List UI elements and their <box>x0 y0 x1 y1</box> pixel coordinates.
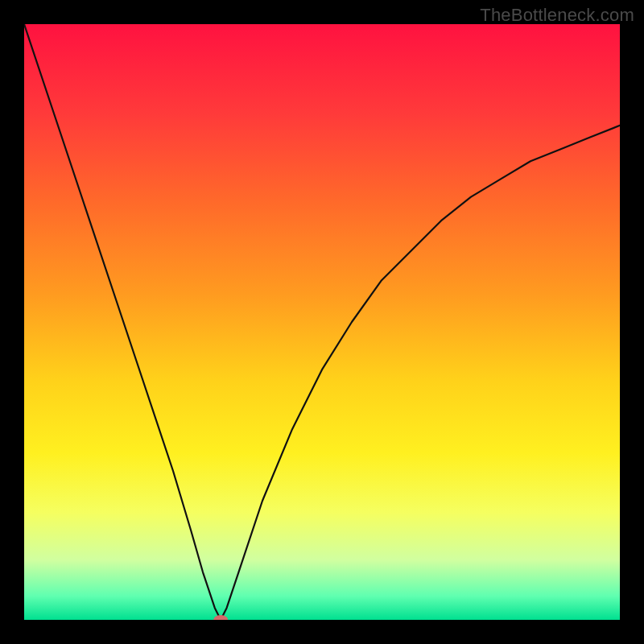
chart-svg <box>24 24 620 620</box>
watermark-text: TheBottleneck.com <box>480 5 634 26</box>
chart-frame: TheBottleneck.com <box>0 0 644 644</box>
chart-background <box>24 24 620 620</box>
plot-area <box>24 24 620 620</box>
